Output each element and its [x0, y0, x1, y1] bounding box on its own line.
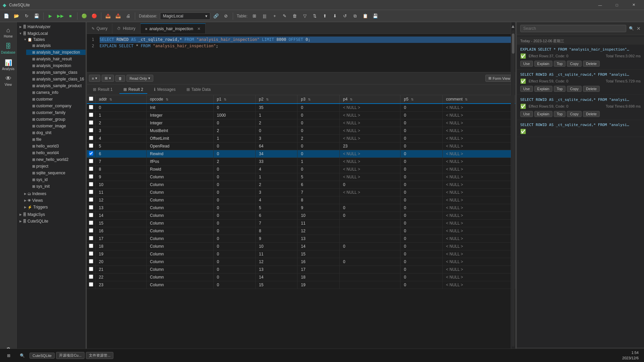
- result-table-container[interactable]: addr ⇅ opcode ⇅ p1 ⇅ p2 ⇅ p3 ⇅ p4 ⇅ p5 ⇅…: [87, 95, 515, 355]
- format-sql-button[interactable]: ≡ ▾: [89, 75, 100, 82]
- tree-item-analysis-inspection[interactable]: ⊞analysis_inspection: [26, 62, 86, 69]
- tree-item-magicsys[interactable]: ▶ 🗄 MagicSys: [17, 211, 86, 218]
- tab-history[interactable]: ⏱ History: [112, 23, 140, 34]
- th-p4[interactable]: p4 ⇅: [339, 95, 400, 104]
- history-explain-btn-443[interactable]: Explain: [534, 86, 552, 92]
- circle-red-btn[interactable]: 🔴: [90, 12, 99, 20]
- print-btn[interactable]: 🖨: [124, 12, 132, 20]
- row-checkbox[interactable]: [89, 228, 93, 233]
- result-tab-messages[interactable]: ℹ Messages: [150, 86, 180, 94]
- table-row[interactable]: 23Column015190< NULL >: [87, 281, 515, 289]
- tree-item-views[interactable]: ▶ 👁 Views: [21, 197, 86, 204]
- table-row[interactable]: 20Column0121600< NULL >: [87, 258, 515, 266]
- row-checkbox[interactable]: [89, 282, 93, 287]
- tree-item-hello-world3[interactable]: ⊞hello_world3: [26, 143, 86, 149]
- row-checkbox[interactable]: [89, 159, 93, 163]
- tree-item-analysis-hair-result[interactable]: ⊞analysis_hair_result: [26, 56, 86, 62]
- table-del-btn[interactable]: 🗑: [290, 12, 299, 20]
- row-checkbox[interactable]: [89, 197, 93, 202]
- tab-analysis-hair-inspection[interactable]: ≡ analysis_hair_inspection ✕: [141, 23, 206, 34]
- taskbar-file-manager[interactable]: 文件资源管...: [86, 352, 113, 359]
- close-button[interactable]: ✕: [626, 0, 641, 10]
- th-p5[interactable]: p5 ⇅: [400, 95, 442, 104]
- taskbar-cutesqlite[interactable]: CuteSQLite: [30, 353, 55, 359]
- history-explain-btn-444[interactable]: Explain: [534, 61, 552, 67]
- table-row[interactable]: 0Init0350< NULL >0< NULL >: [87, 104, 515, 112]
- db-connect-btn[interactable]: 🔗: [212, 12, 220, 20]
- tree-item-cutesqlite[interactable]: ▶ 🗄 CuteSQLite: [17, 218, 86, 225]
- tab-close-icon[interactable]: ✕: [197, 26, 201, 31]
- db-disconnect-btn[interactable]: ⊘: [222, 12, 230, 20]
- history-copy-btn-444[interactable]: Copy: [567, 61, 582, 67]
- open-file-button[interactable]: 📂: [12, 12, 21, 20]
- import-btn[interactable]: 📥: [114, 12, 122, 20]
- table-export-btn[interactable]: ⬆: [321, 12, 329, 20]
- table-row[interactable]: 22Column014180< NULL >: [87, 274, 515, 281]
- history-item-443[interactable]: SELECT ROWID AS _ct_sqlite_rowid,* FROM …: [517, 70, 644, 95]
- table-row[interactable]: 17Column09130< NULL >: [87, 235, 515, 243]
- tree-item-customer-image[interactable]: ⊞customer_image: [26, 123, 86, 129]
- history-top-btn-443[interactable]: Top: [554, 86, 566, 92]
- row-checkbox[interactable]: [89, 151, 93, 156]
- tree-item-sys-init[interactable]: ⊞sys_init: [26, 183, 86, 190]
- table-row[interactable]: 18Column0101400< NULL >: [87, 243, 515, 250]
- table-save-btn[interactable]: 💾: [371, 12, 380, 20]
- row-checkbox[interactable]: [89, 190, 93, 194]
- table-row[interactable]: 19Column011150< NULL >: [87, 250, 515, 258]
- tree-item-hairanalyzer[interactable]: ▶ 🗄 HairAnalyzer: [17, 23, 86, 30]
- tree-item-hello-world4[interactable]: ⊞hello_world4: [26, 149, 86, 156]
- tree-item-camera-info[interactable]: ⊞camera_info: [26, 89, 86, 96]
- row-checkbox[interactable]: [89, 167, 93, 171]
- db-selector-dropdown[interactable]: MagicLocal ▾: [160, 12, 210, 20]
- search-button[interactable]: 🔍: [16, 350, 28, 362]
- row-checkbox[interactable]: [89, 120, 93, 125]
- history-use-btn-443[interactable]: Use: [520, 86, 533, 92]
- tree-item-analysis-sample-class[interactable]: ⊞analysis_sample_class: [26, 69, 86, 76]
- table-row[interactable]: 5OpenRead0640230< NULL >: [87, 142, 515, 150]
- maximize-button[interactable]: □: [609, 0, 625, 10]
- tree-item-analysis-hair-inspection[interactable]: ⊞analysis_hair_inspection: [26, 49, 86, 56]
- select-all-checkbox[interactable]: [89, 97, 93, 101]
- table-filter-btn[interactable]: ▽: [301, 12, 309, 20]
- table-row[interactable]: 14Column061000< NULL >: [87, 212, 515, 220]
- sidebar-item-home[interactable]: ⌂ Home: [1, 25, 16, 40]
- table-edit-btn[interactable]: ✎: [280, 12, 289, 20]
- table-import-btn[interactable]: ⬇: [331, 12, 339, 20]
- table-row[interactable]: 10Column02600< NULL >: [87, 181, 515, 189]
- th-addr[interactable]: addr ⇅: [95, 95, 146, 104]
- sql-content[interactable]: SELECT ROWID AS _ct_sqlite_rowid,* FROM …: [97, 35, 515, 71]
- history-use-btn-444[interactable]: Use: [520, 61, 533, 67]
- row-checkbox[interactable]: [89, 259, 93, 263]
- row-checkbox[interactable]: [89, 275, 93, 279]
- row-checkbox[interactable]: [89, 182, 93, 186]
- sidebar-item-view[interactable]: 👁 View: [1, 73, 16, 88]
- tree-item-analysis-sample-class-16[interactable]: ⊞analysis_sample_class_16: [26, 76, 86, 82]
- th-p1[interactable]: p1 ⇅: [213, 95, 255, 104]
- table-row[interactable]: 13Column05900< NULL >: [87, 204, 515, 212]
- row-checkbox[interactable]: [89, 205, 93, 209]
- history-delete-btn-442[interactable]: Delete: [583, 111, 600, 117]
- history-delete-btn-444[interactable]: Delete: [583, 61, 600, 67]
- row-checkbox[interactable]: [89, 113, 93, 117]
- row-checkbox[interactable]: [89, 221, 93, 225]
- result-tab-1[interactable]: ⊞ Result 1: [89, 86, 117, 94]
- table-col-btn[interactable]: |||: [260, 12, 269, 20]
- row-checkbox[interactable]: [89, 105, 93, 109]
- taskbar-browser[interactable]: 开源项目Cu...: [56, 352, 85, 359]
- table-row[interactable]: 1Integer100010< NULL >0< NULL >: [87, 112, 515, 119]
- tree-item-new-hello-world2[interactable]: ⊞new_hello_world2: [26, 156, 86, 163]
- tree-item-analysis-sample-product[interactable]: ⊞analysis_sample_product: [26, 82, 86, 89]
- refresh-button[interactable]: ↻: [22, 12, 31, 20]
- stop-button[interactable]: ■: [66, 12, 75, 20]
- row-checkbox[interactable]: [89, 236, 93, 240]
- table-add-btn[interactable]: +: [270, 12, 279, 20]
- history-use-btn-442[interactable]: Use: [520, 111, 533, 117]
- tree-item-triggers[interactable]: ▶ ⚡ Triggers: [21, 204, 86, 210]
- th-p2[interactable]: p2 ⇅: [255, 95, 297, 104]
- table-row[interactable]: 8Rowid040< NULL >0< NULL >: [87, 166, 515, 173]
- export-btn[interactable]: 📤: [104, 12, 112, 20]
- run-all-button[interactable]: ▶▶: [56, 12, 65, 20]
- history-close-button[interactable]: ✕: [637, 26, 641, 31]
- history-top-btn-442[interactable]: Top: [554, 111, 566, 117]
- history-explain-btn-442[interactable]: Explain: [534, 111, 552, 117]
